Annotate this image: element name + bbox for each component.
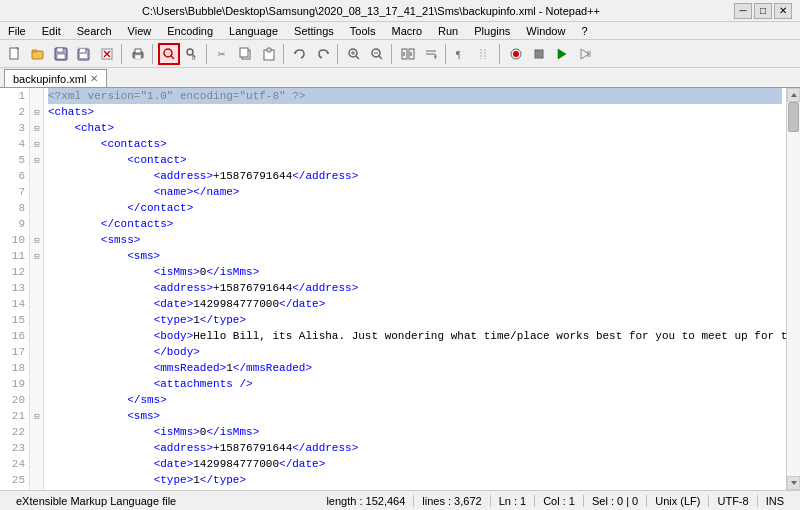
menu-tools[interactable]: Tools [346, 25, 380, 37]
close-doc-button[interactable] [96, 43, 118, 65]
fold-marker[interactable]: ⊟ [30, 120, 44, 136]
code-line-8[interactable]: </contact> [48, 200, 782, 216]
toolbar-sep-2 [152, 44, 155, 64]
line-num: 12 [0, 264, 25, 280]
undo-button[interactable] [289, 43, 311, 65]
code-line-18[interactable]: <mmsReaded>1</mmsReaded> [48, 360, 782, 376]
code-line-10[interactable]: <smss> [48, 232, 782, 248]
copy-button[interactable] [235, 43, 257, 65]
fold-marker[interactable]: ⊟ [30, 248, 44, 264]
code-line-2[interactable]: <chats> [48, 104, 782, 120]
menu-run[interactable]: Run [434, 25, 462, 37]
close-button[interactable]: ✕ [774, 3, 792, 19]
minimize-button[interactable]: ─ [734, 3, 752, 19]
fold-marker[interactable]: ⊟ [30, 136, 44, 152]
save-button[interactable] [50, 43, 72, 65]
fold-marker[interactable]: ⊟ [30, 104, 44, 120]
menu-plugins[interactable]: Plugins [470, 25, 514, 37]
replace-button[interactable]: R [181, 43, 203, 65]
new-button[interactable] [4, 43, 26, 65]
scroll-up-button[interactable] [787, 88, 800, 102]
fold-marker [30, 344, 44, 360]
status-right: length : 152,464 lines : 3,672 Ln : 1 Co… [318, 495, 792, 507]
code-line-13[interactable]: <address>+15876791644</address> [48, 280, 782, 296]
code-line-5[interactable]: <contact> [48, 152, 782, 168]
tab-backupinfo[interactable]: backupinfo.xml ✕ [4, 69, 107, 87]
menu-help[interactable]: ? [577, 25, 591, 37]
code-line-1[interactable]: <?xml version="1.0" encoding="utf-8" ?> [48, 88, 782, 104]
code-line-20[interactable]: </sms> [48, 392, 782, 408]
menu-view[interactable]: View [124, 25, 156, 37]
scroll-track[interactable] [787, 102, 800, 476]
code-line-19[interactable]: <attachments /> [48, 376, 782, 392]
vertical-scrollbar[interactable] [786, 88, 800, 490]
code-line-23[interactable]: <address>+15876791644</address> [48, 440, 782, 456]
code-line-6[interactable]: <address>+15876791644</address> [48, 168, 782, 184]
scroll-thumb[interactable] [788, 102, 799, 132]
macro-stop-button[interactable] [528, 43, 550, 65]
menu-edit[interactable]: Edit [38, 25, 65, 37]
code-line-22[interactable]: <isMms>0</isMms> [48, 424, 782, 440]
title-text: C:\Users\Bubble\Desktop\Samsung\2020_08_… [8, 5, 734, 17]
svg-rect-25 [267, 48, 271, 52]
code-line-26[interactable]: <body>Hello Bill, its Alisha. Just wonde… [48, 488, 782, 490]
code-content[interactable]: <?xml version="1.0" encoding="utf-8" ?> … [44, 88, 786, 490]
svg-point-43 [513, 51, 519, 57]
code-line-9[interactable]: </contacts> [48, 216, 782, 232]
redo-button[interactable] [312, 43, 334, 65]
svg-rect-4 [57, 48, 63, 52]
svg-text:R: R [192, 55, 196, 61]
code-line-25[interactable]: <type>1</type> [48, 472, 782, 488]
fold-marker[interactable] [30, 88, 44, 104]
menu-window[interactable]: Window [522, 25, 569, 37]
code-line-12[interactable]: <isMms>0</isMms> [48, 264, 782, 280]
toolbar-sep-6 [391, 44, 394, 64]
cut-button[interactable]: ✂ [212, 43, 234, 65]
line-num: 13 [0, 280, 25, 296]
svg-line-17 [171, 56, 174, 59]
macro-play-button[interactable] [551, 43, 573, 65]
view-all-chars-button[interactable]: ¶ [451, 43, 473, 65]
fold-marker[interactable]: ⊟ [30, 408, 44, 424]
encoding-status: UTF-8 [709, 495, 757, 507]
paste-button[interactable] [258, 43, 280, 65]
svg-text:¶: ¶ [456, 49, 461, 60]
zoom-out-button[interactable] [366, 43, 388, 65]
code-line-11[interactable]: <sms> [48, 248, 782, 264]
word-wrap-button[interactable] [420, 43, 442, 65]
print-button[interactable] [127, 43, 149, 65]
indent-guide-button[interactable] [474, 43, 496, 65]
code-line-15[interactable]: <type>1</type> [48, 312, 782, 328]
macro-save-button[interactable] [574, 43, 596, 65]
fold-marker [30, 440, 44, 456]
svg-line-27 [356, 56, 359, 59]
maximize-button[interactable]: □ [754, 3, 772, 19]
save-all-button[interactable] [73, 43, 95, 65]
code-line-21[interactable]: <sms> [48, 408, 782, 424]
title-bar: C:\Users\Bubble\Desktop\Samsung\2020_08_… [0, 0, 800, 22]
code-line-3[interactable]: <chat> [48, 120, 782, 136]
open-button[interactable] [27, 43, 49, 65]
zoom-in-button[interactable] [343, 43, 365, 65]
toolbar-sep-8 [499, 44, 502, 64]
menu-search[interactable]: Search [73, 25, 116, 37]
code-line-24[interactable]: <date>1429984777000</date> [48, 456, 782, 472]
scroll-down-button[interactable] [787, 476, 800, 490]
menu-settings[interactable]: Settings [290, 25, 338, 37]
fold-marker[interactable]: ⊟ [30, 232, 44, 248]
code-line-17[interactable]: </body> [48, 344, 782, 360]
menu-file[interactable]: File [4, 25, 30, 37]
fold-marker [30, 184, 44, 200]
menu-language[interactable]: Language [225, 25, 282, 37]
sync-scroll-button[interactable] [397, 43, 419, 65]
tab-close-icon[interactable]: ✕ [90, 73, 98, 84]
code-line-14[interactable]: <date>1429984777000</date> [48, 296, 782, 312]
find-button[interactable] [158, 43, 180, 65]
fold-marker[interactable]: ⊟ [30, 152, 44, 168]
code-line-4[interactable]: <contacts> [48, 136, 782, 152]
code-line-7[interactable]: <name></name> [48, 184, 782, 200]
menu-macro[interactable]: Macro [387, 25, 426, 37]
code-line-16[interactable]: <body>Hello Bill, its Alisha. Just wonde… [48, 328, 782, 344]
menu-encoding[interactable]: Encoding [163, 25, 217, 37]
macro-record-button[interactable] [505, 43, 527, 65]
